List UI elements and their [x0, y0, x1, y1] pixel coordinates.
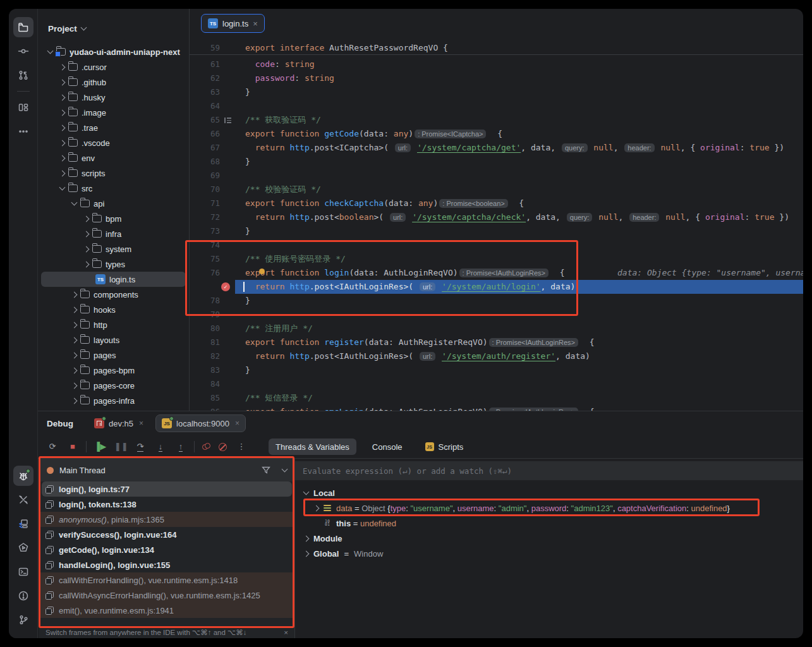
- code-line-text[interactable]: export function checkCaptcha(data: any):…: [235, 197, 803, 210]
- code-line-text[interactable]: [235, 308, 803, 322]
- code-line-67[interactable]: 67 return http.post<ICaptcha>( url: '/sy…: [190, 141, 803, 155]
- code-line-75[interactable]: 75/** 使用账号密码登录 */: [190, 252, 803, 266]
- code-line-81[interactable]: 81export function register(data: AuthReg…: [190, 336, 803, 349]
- code-line-59[interactable]: 59export interface AuthResetPasswordReqV…: [190, 41, 803, 55]
- problems-icon[interactable]: [13, 586, 33, 606]
- code-line-text[interactable]: }: [235, 224, 803, 238]
- code-line-text[interactable]: /** 使用账号密码登录 */: [235, 252, 803, 266]
- line-number-gutter[interactable]: 66: [190, 127, 235, 141]
- chevron-right-icon[interactable]: [59, 155, 66, 161]
- code-line-69[interactable]: 69: [190, 169, 803, 183]
- frame-item[interactable]: anonymous(), pinia.mjs:1365: [39, 512, 294, 527]
- more-tools-icon[interactable]: [13, 121, 33, 142]
- commit-tool-icon[interactable]: [13, 41, 33, 61]
- chevron-down-icon[interactable]: [47, 48, 54, 54]
- close-icon[interactable]: ×: [284, 629, 288, 636]
- chevron-right-icon[interactable]: [59, 124, 66, 131]
- code-line-70[interactable]: 70/** 校验验证码 */: [190, 183, 803, 197]
- step-over-icon[interactable]: ↷: [135, 441, 146, 452]
- tree-item-.cursor[interactable]: .cursor: [38, 59, 189, 75]
- session-tab-localhost-9000[interactable]: JS localhost:9000 ×: [155, 414, 246, 432]
- code-line-62[interactable]: 62 password: string: [190, 71, 803, 85]
- code-line-84[interactable]: 84: [190, 377, 803, 391]
- line-number-gutter[interactable]: ✓: [190, 280, 235, 294]
- filter-icon[interactable]: [262, 466, 270, 475]
- chevron-right-icon[interactable]: [83, 261, 90, 267]
- project-header[interactable]: Project: [38, 21, 189, 35]
- view-breakpoints-icon[interactable]: [202, 443, 210, 450]
- step-into-icon[interactable]: ↓: [155, 441, 166, 452]
- chevron-right-icon[interactable]: [71, 397, 78, 404]
- more-options-icon[interactable]: ⋮: [236, 441, 247, 452]
- tools-icon[interactable]: [13, 490, 33, 510]
- frame-item[interactable]: callWithErrorHandling(), vue.runtime.esm…: [39, 572, 294, 588]
- chevron-right-icon[interactable]: [71, 306, 78, 313]
- tree-item-.husky[interactable]: .husky: [38, 90, 189, 105]
- frame-item[interactable]: login(), login.ts:77: [42, 481, 292, 497]
- line-number-gutter[interactable]: 72: [190, 210, 235, 224]
- tree-item-.image[interactable]: .image: [38, 105, 189, 120]
- chevron-down-icon[interactable]: [59, 184, 66, 191]
- tab-scripts[interactable]: JS Scripts: [418, 438, 471, 455]
- code-line-72[interactable]: 72 return http.post<boolean>( url: '/sys…: [190, 210, 803, 224]
- line-number-gutter[interactable]: 79: [190, 308, 235, 322]
- frame-item[interactable]: getCode(), login.vue:134: [39, 542, 294, 557]
- evaluate-expression-input[interactable]: Evaluate expression (↵) or add a watch (…: [295, 461, 803, 480]
- line-number-gutter[interactable]: 64: [190, 99, 235, 113]
- pull-requests-tool-icon[interactable]: [13, 65, 33, 85]
- line-number-gutter[interactable]: 73: [190, 224, 235, 238]
- code-line-68[interactable]: 68}: [190, 155, 803, 169]
- tree-item-components[interactable]: components: [38, 287, 189, 302]
- code-line-text[interactable]: [235, 238, 803, 252]
- code-line-text[interactable]: return http.post<ICaptcha>( url: '/syste…: [235, 141, 803, 155]
- session-tab-dev-h5[interactable]: dev:h5 ×: [88, 414, 149, 432]
- variable-row[interactable]: 1001this = undefined: [295, 516, 803, 531]
- code-line-text[interactable]: return http.post<boolean>( url: '/system…: [235, 210, 803, 224]
- tree-item-.github[interactable]: .github: [38, 75, 189, 90]
- tab-console[interactable]: Console: [365, 438, 409, 455]
- code-line-text[interactable]: return http.post<IAuthLoginRes>( url: '/…: [235, 349, 803, 363]
- code-line-80[interactable]: 80/** 注册用户 */: [190, 322, 803, 336]
- resume-icon[interactable]: ▐▶: [94, 441, 106, 452]
- code-line-text[interactable]: /** 注册用户 */: [235, 322, 803, 336]
- remote-dev-icon[interactable]: [13, 514, 33, 534]
- variable-row[interactable]: data = Object {type: "username", usernam…: [295, 500, 803, 516]
- code-line-78[interactable]: 78}: [190, 294, 803, 308]
- chevron-right-icon[interactable]: [71, 322, 78, 328]
- tree-item-system[interactable]: system: [38, 241, 189, 257]
- code-line-73[interactable]: 73}: [190, 224, 803, 238]
- chevron-right-icon[interactable]: [71, 382, 78, 389]
- code-line-text[interactable]: export interface AuthResetPasswordReqVO …: [235, 41, 803, 54]
- line-number-gutter[interactable]: 82: [190, 349, 235, 363]
- tree-item-http[interactable]: http: [38, 317, 189, 332]
- line-number-gutter[interactable]: 63: [190, 85, 235, 99]
- code-line-66[interactable]: 66export function getCode(data: any): Pr…: [190, 127, 803, 141]
- chevron-right-icon[interactable]: [59, 64, 66, 70]
- chevron-right-icon[interactable]: [59, 170, 66, 176]
- line-number-gutter[interactable]: 62: [190, 71, 235, 85]
- rerun-icon[interactable]: ⟳: [47, 441, 58, 452]
- line-number-gutter[interactable]: 75: [190, 252, 235, 266]
- code-line-77[interactable]: ✓ return http.post<IAuthLoginRes>( url: …: [190, 280, 803, 294]
- terminal-icon[interactable]: [13, 562, 33, 582]
- chevron-right-icon[interactable]: [71, 367, 78, 373]
- code-line-82[interactable]: 82 return http.post<IAuthLoginRes>( url:…: [190, 349, 803, 363]
- code-line-text[interactable]: export function login(data: AuthLoginReq…: [235, 266, 803, 280]
- line-number-gutter[interactable]: 69: [190, 169, 235, 183]
- pause-icon[interactable]: ❚❚: [114, 441, 126, 452]
- code-line-text[interactable]: /** 校验验证码 */: [235, 183, 803, 197]
- breakpoint-icon[interactable]: ✓: [221, 282, 230, 291]
- mute-breakpoints-icon[interactable]: [219, 443, 227, 451]
- code-line-86[interactable]: 86export function smsLogin(data: AuthSms…: [190, 405, 803, 411]
- chevron-right-icon[interactable]: [71, 352, 78, 358]
- chevron-down-icon[interactable]: [282, 466, 288, 473]
- code-line-76[interactable]: 76export function login(data: AuthLoginR…: [190, 266, 803, 280]
- code-line-text[interactable]: code: string: [235, 57, 803, 71]
- tree-item-infra[interactable]: infra: [38, 226, 189, 241]
- services-icon[interactable]: [13, 538, 33, 558]
- code-line-text[interactable]: export function register(data: AuthRegis…: [235, 336, 803, 349]
- chevron-right-icon[interactable]: [83, 231, 90, 237]
- tab-threads-variables[interactable]: Threads & Variables: [269, 438, 356, 455]
- step-out-icon[interactable]: ↑: [175, 441, 186, 452]
- line-number-gutter[interactable]: 86: [190, 405, 235, 411]
